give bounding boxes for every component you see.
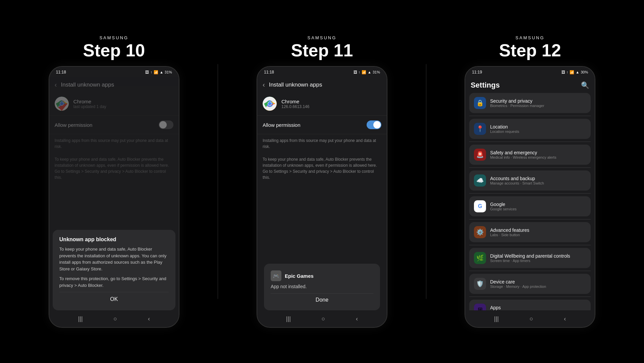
status-time-11: 11:18 <box>264 70 274 74</box>
apps-title: Apps <box>490 305 534 310</box>
nav-back-12[interactable]: ‹ <box>564 315 566 322</box>
toggle-knob-11 <box>373 121 381 128</box>
app-version-11: 126.0.6613.146 <box>281 104 309 109</box>
settings-item-advanced[interactable]: ⚙️ Advanced features Labs · Side button <box>469 222 591 242</box>
step12-header: SAMSUNG Step 12 <box>499 35 561 60</box>
location-title: Location <box>490 124 519 129</box>
location-text: Location Location requests <box>490 124 519 134</box>
google-sub: Google services <box>490 207 517 211</box>
settings-item-apps[interactable]: ⊞ Apps Default apps · App settings <box>469 300 591 310</box>
samsung-logo-12: SAMSUNG <box>499 35 561 40</box>
settings-item-wellbeing[interactable]: 🌿 Digital Wellbeing and parental control… <box>469 248 591 268</box>
wifi-icon-12: 📶 <box>570 70 574 74</box>
battery-icon-10: 31% <box>165 70 172 74</box>
nav-back-11[interactable]: ‹ <box>356 315 358 322</box>
signal-icon-11: ▲ <box>368 70 371 74</box>
nav-recent-10[interactable]: ||| <box>78 315 83 322</box>
svg-point-7 <box>268 102 271 105</box>
sep-1 <box>469 116 591 116</box>
search-icon-12[interactable]: 🔍 <box>581 81 589 89</box>
security-text: Security and privacy Biometrics · Permis… <box>490 98 544 108</box>
gallery-icon-11: 🖼 <box>354 70 357 74</box>
samsung-logo-11: SAMSUNG <box>291 35 353 40</box>
status-bar-10: 11:18 🖼 ↑ 📶 ▲ 31% <box>49 67 179 77</box>
sep-8 <box>469 297 591 297</box>
back-icon-11[interactable]: ‹ <box>263 81 265 89</box>
settings-list: 🔒 Security and privacy Biometrics · Perm… <box>465 93 595 310</box>
wellbeing-icon: 🌿 <box>474 252 486 264</box>
step10-title: Step 10 <box>83 41 145 60</box>
sep-6 <box>469 245 591 245</box>
security-title: Security and privacy <box>490 98 544 104</box>
toggle-10[interactable] <box>159 120 173 129</box>
step10-phone: 11:18 🖼 ↑ 📶 ▲ 31% ‹ Install unknown a <box>49 66 179 328</box>
status-time-10: 11:18 <box>56 70 66 74</box>
accounts-title: Accounts and backup <box>490 176 544 181</box>
back-icon-10[interactable]: ‹ <box>55 81 57 89</box>
advanced-icon: ⚙️ <box>474 226 486 238</box>
step12-phone: 11:19 🖼 ↑ 📶 ▲ 30% Settings 🔍 <box>465 66 595 328</box>
wifi-icon-10: 📶 <box>154 70 158 74</box>
epic-games-dialog: 🎮 Epic Games App not installed. Done <box>264 264 380 310</box>
nav-back-10[interactable]: ‹ <box>148 315 150 322</box>
dialog-ok-button[interactable]: OK <box>59 292 169 304</box>
device-text: Device care Storage · Memory · App prote… <box>490 279 546 289</box>
advanced-title: Advanced features <box>490 227 529 233</box>
safety-icon: 🚨 <box>474 149 486 161</box>
samsung-logo-10: SAMSUNG <box>83 35 145 40</box>
divider-1 <box>218 64 218 299</box>
app-info-11: Chrome 126.0.6613.146 <box>281 99 309 109</box>
main-container: SAMSUNG Step 10 11:18 🖼 ↑ 📶 ▲ 31% <box>0 0 644 363</box>
device-sub: Storage · Memory · App protection <box>490 284 546 289</box>
settings-item-device[interactable]: 🛡️ Device care Storage · Memory · App pr… <box>469 274 591 294</box>
settings-item-accounts[interactable]: ☁️ Accounts and backup Manage accounts ·… <box>469 170 591 191</box>
settings-item-safety[interactable]: 🚨 Safety and emergency Medical info · Wi… <box>469 145 591 165</box>
permission-label-11: Allow permission <box>263 122 301 128</box>
topbar-11: ‹ Install unknown apps <box>257 77 387 92</box>
step12-screen: 11:19 🖼 ↑ 📶 ▲ 30% Settings 🔍 <box>465 67 595 327</box>
location-icon: 📍 <box>474 123 486 135</box>
upload-icon-11: ↑ <box>359 70 361 74</box>
toggle-knob-10 <box>159 121 167 128</box>
accounts-icon: ☁️ <box>474 174 486 187</box>
step11-header: SAMSUNG Step 11 <box>291 35 353 60</box>
settings-item-google[interactable]: G Google Google services <box>469 196 591 216</box>
epic-dialog-header: 🎮 Epic Games <box>271 270 373 281</box>
google-icon: G <box>474 200 486 212</box>
app-name-11: Chrome <box>281 99 309 104</box>
epic-icon: 🎮 <box>271 270 281 281</box>
permission-row-11[interactable]: Allow permission <box>257 115 387 134</box>
nav-recent-11[interactable]: ||| <box>286 315 291 322</box>
advanced-sub: Labs · Side button <box>490 233 529 237</box>
done-button[interactable]: Done <box>271 293 373 304</box>
warning2-10: To keep your phone and data safe, Auto B… <box>49 153 179 184</box>
upload-icon-12: ↑ <box>567 70 569 74</box>
settings-item-location[interactable]: 📍 Location Location requests <box>469 119 591 139</box>
nav-home-12[interactable]: ○ <box>530 315 533 322</box>
svg-point-3 <box>60 102 63 105</box>
app-item-10: Chrome last updated 1 day <box>49 92 179 115</box>
google-title: Google <box>490 202 517 207</box>
status-bar-11: 11:18 🖼 ↑ 📶 ▲ 31% <box>257 67 387 77</box>
step11-phone: 11:18 🖼 ↑ 📶 ▲ 31% ‹ Install unknown a <box>257 66 387 328</box>
nav-bar-12: ||| ○ ‹ <box>465 310 595 327</box>
settings-item-security[interactable]: 🔒 Security and privacy Biometrics · Perm… <box>469 93 591 113</box>
dialog-body2-10: To remove this protection, go to Setting… <box>59 275 169 289</box>
apps-icon: ⊞ <box>474 304 486 310</box>
screen-title-10: Install unknown apps <box>61 82 114 88</box>
app-version-10: last updated 1 day <box>73 104 106 109</box>
device-title: Device care <box>490 279 546 284</box>
nav-home-11[interactable]: ○ <box>322 315 325 322</box>
chrome-icon-11 <box>263 97 277 111</box>
nav-home-10[interactable]: ○ <box>113 315 117 322</box>
accounts-text: Accounts and backup Manage accounts · Sm… <box>490 176 544 185</box>
settings-screen: Settings 🔍 🔒 Security and privacy Biomet… <box>465 77 595 310</box>
warning1-10: Installing apps from this source may put… <box>49 134 179 153</box>
nav-recent-12[interactable]: ||| <box>494 315 499 322</box>
permission-row-10[interactable]: Allow permission <box>49 115 179 134</box>
step10-column: SAMSUNG Step 10 11:18 🖼 ↑ 📶 ▲ 31% <box>17 35 211 328</box>
dialog-body1-10: To keep your phone and data safe, Auto B… <box>59 246 169 272</box>
security-sub: Biometrics · Permission manager <box>490 104 544 108</box>
gallery-icon-10: 🖼 <box>145 70 149 74</box>
toggle-11[interactable] <box>367 120 381 129</box>
